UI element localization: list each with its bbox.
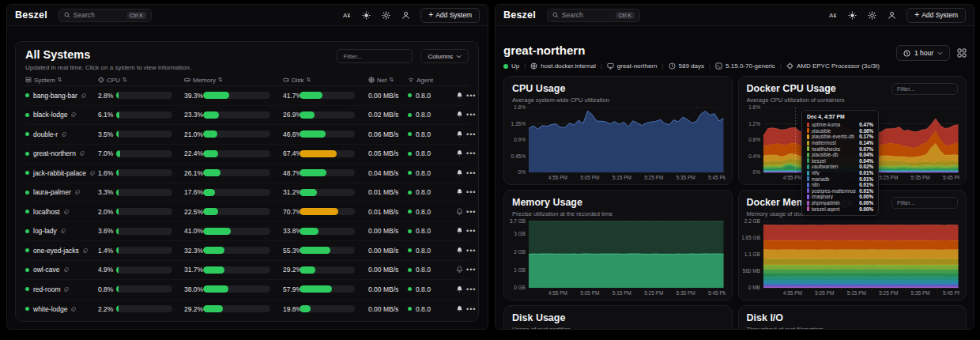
cpu-icon: [98, 77, 104, 83]
cpu-value: 3.6%: [98, 227, 116, 235]
column-header-net[interactable]: Net⇅: [368, 77, 408, 84]
disk-value: 33.8%: [283, 227, 300, 235]
container-filter-input[interactable]: Filter...: [891, 83, 958, 95]
column-header-memory[interactable]: Memory⇅: [184, 77, 283, 84]
chart-card-disk: Disk UsageUsage of root partition: [503, 305, 733, 330]
add-system-button[interactable]: +Add System: [420, 8, 480, 23]
meta-badge-monitor: great-northern|: [607, 62, 664, 70]
memory-meter: [203, 189, 270, 196]
theme-toggle-button[interactable]: [846, 9, 858, 21]
column-header-system[interactable]: System⇅: [25, 77, 98, 84]
svg-text:5:05 PM: 5:05 PM: [580, 290, 599, 296]
notifications-bell-button[interactable]: [452, 305, 466, 313]
row-actions-button[interactable]: •••: [466, 266, 476, 274]
settings-button[interactable]: [866, 9, 878, 21]
settings-button[interactable]: [380, 9, 392, 21]
chart-plot-docker-memory[interactable]: 2.2 GB1.65 GB1.1 GB560 MB0 MB4:55 PM5:05…: [742, 219, 960, 297]
system-row-laura-palmer[interactable]: laura-palmer3.3%17.6%31.2%0.01 MB/s0.8.0…: [25, 183, 469, 203]
notifications-bell-button[interactable]: [452, 111, 466, 119]
row-actions-button[interactable]: •••: [466, 188, 476, 196]
layout-grid-button[interactable]: [957, 48, 967, 58]
row-actions-button[interactable]: •••: [466, 305, 476, 313]
app-logo[interactable]: Beszel: [15, 9, 47, 21]
cpu-meter: [116, 247, 172, 254]
columns-button[interactable]: Columns: [420, 49, 469, 63]
system-row-jack-rabbit-palace[interactable]: jack-rabbit-palace1.6%26.1%48.7%0.04 MB/…: [25, 164, 469, 183]
svg-text:5:25 PM: 5:25 PM: [879, 290, 898, 296]
system-row-red-room[interactable]: red-room0.8%38.0%57.9%0.00 MB/s0.8.0•••: [25, 280, 469, 300]
column-header-cpu[interactable]: CPU⇅: [98, 77, 184, 84]
notifications-bell-button[interactable]: [452, 188, 466, 196]
net-value: 0.05 MB/s: [368, 149, 408, 157]
row-actions-button[interactable]: •••: [466, 169, 476, 177]
systems-filter-input[interactable]: Filter...: [337, 49, 413, 63]
theme-toggle-button[interactable]: [360, 9, 372, 21]
svg-text:5:35 PM: 5:35 PM: [677, 175, 695, 180]
disk-meter: [300, 305, 355, 312]
agent-status-dot: [408, 307, 412, 311]
add-system-button[interactable]: +Add System: [906, 8, 966, 23]
row-actions-button[interactable]: •••: [466, 285, 476, 293]
column-header-disk[interactable]: Disk⇅: [283, 77, 368, 84]
row-actions-button[interactable]: •••: [466, 92, 476, 100]
notifications-bell-button[interactable]: [452, 227, 466, 235]
agent-version: 0.8.0: [416, 285, 431, 293]
app-header: Beszel Search Ctrl K A +Add System: [496, 5, 974, 26]
net-value: 0.00 MB/s: [368, 266, 408, 274]
search-input[interactable]: Search Ctrl K: [58, 9, 152, 22]
net-value: 0.01 MB/s: [368, 208, 408, 216]
system-row-log-lady[interactable]: log-lady3.6%41.0%33.8%0.00 MB/s0.8.0•••: [25, 222, 469, 242]
system-row-owl-cave[interactable]: owl-cave4.9%31.7%29.2%0.00 MB/s0.8.0•••: [25, 261, 469, 281]
row-actions-button[interactable]: •••: [466, 130, 476, 138]
system-row-great-northern[interactable]: great-northern7.0%22.4%67.4%0.05 MB/s0.8…: [25, 145, 469, 164]
agent-status-dot: [408, 248, 412, 252]
row-actions-button[interactable]: •••: [466, 111, 476, 119]
system-name: red-room: [33, 285, 60, 293]
language-button[interactable]: A: [827, 9, 839, 21]
system-name: log-lady: [33, 227, 57, 235]
system-row-bang-bang-bar[interactable]: bang-bang-bar2.8%39.3%41.7%0.00 MB/s0.8.…: [25, 86, 469, 106]
system-title: great-northern: [503, 43, 896, 57]
row-actions-button[interactable]: •••: [466, 247, 476, 255]
system-row-white-lodge[interactable]: white-lodge2.2%29.2%19.8%0.00 MB/s0.8.0•…: [25, 300, 469, 319]
language-button[interactable]: A: [341, 9, 352, 21]
notifications-bell-button[interactable]: [452, 247, 466, 255]
system-row-one-eyed-jacks[interactable]: one-eyed-jacks1.4%32.3%55.3%0.00 MB/s0.8…: [25, 241, 469, 261]
row-actions-button[interactable]: •••: [466, 208, 476, 216]
svg-text:5:35 PM: 5:35 PM: [910, 290, 929, 296]
notifications-bell-button[interactable]: [452, 92, 466, 100]
container-filter-input[interactable]: Filter...: [891, 197, 958, 209]
system-row-black-lodge[interactable]: black-lodge6.1%23.3%26.9%0.02 MB/s0.8.0•…: [25, 106, 469, 126]
disk-meter: [300, 130, 355, 138]
systems-table: System⇅CPU⇅Memory⇅Disk⇅Net⇅Agent bang-ba…: [25, 74, 469, 319]
row-actions-button[interactable]: •••: [466, 149, 476, 157]
cpu-value: 2.0%: [98, 208, 116, 216]
notifications-bell-button[interactable]: [452, 285, 466, 293]
time-range-select[interactable]: 1 hour: [896, 45, 950, 61]
notifications-bell-button[interactable]: [452, 130, 466, 138]
chart-plot-memory[interactable]: 3.7 GB3 GB2 GB1 GB0 GB4:55 PM5:05 PM5:15…: [507, 219, 726, 297]
chart-plot-cpu[interactable]: 1.8%1.35%0.9%0.45%0%4:55 PM5:05 PM5:15 P…: [507, 105, 726, 181]
agent-status-dot: [408, 210, 412, 213]
notifications-bell-button[interactable]: [452, 169, 466, 177]
user-button[interactable]: [400, 9, 412, 21]
notifications-bell-button[interactable]: [452, 266, 466, 274]
system-row-localhost[interactable]: localhost2.0%22.5%70.7%0.01 MB/s0.8.0•••: [25, 202, 469, 222]
memory-value: 17.6%: [184, 188, 203, 196]
search-input[interactable]: Search Ctrl K: [547, 9, 640, 22]
sort-icon: ⇅: [58, 77, 62, 83]
notifications-bell-button[interactable]: [452, 208, 466, 216]
agent-version: 0.8.0: [416, 305, 431, 313]
svg-text:A: A: [343, 12, 348, 19]
row-actions-button[interactable]: •••: [466, 227, 476, 235]
tooltip-row-plausible-db: plausible-db0.04%: [807, 152, 873, 158]
sort-icon: ⇅: [122, 77, 127, 83]
external-link-icon: [61, 229, 66, 233]
column-header-agent[interactable]: Agent: [408, 77, 452, 84]
svg-text:0 GB: 0 GB: [514, 285, 526, 290]
notifications-bell-button[interactable]: [452, 149, 466, 157]
user-button[interactable]: [886, 9, 898, 21]
system-row-double-r[interactable]: double-r3.5%21.0%46.6%0.06 MB/s0.8.0•••: [25, 125, 469, 145]
search-icon: [64, 12, 70, 18]
app-logo[interactable]: Beszel: [503, 9, 536, 21]
